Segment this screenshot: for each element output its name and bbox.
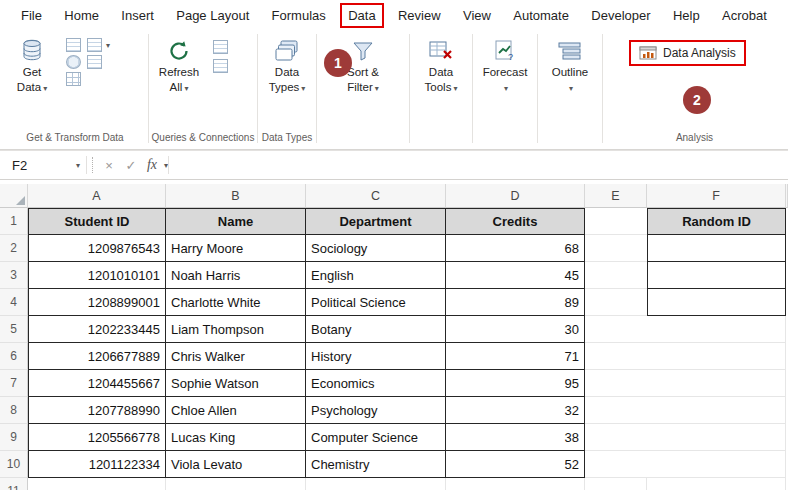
cell-F11[interactable] bbox=[647, 478, 786, 490]
menu-tab-data[interactable]: Data bbox=[340, 3, 383, 28]
column-header-F[interactable]: F bbox=[647, 184, 786, 208]
cell-C3[interactable]: English bbox=[306, 262, 446, 289]
formula-bar-splitter[interactable] bbox=[92, 157, 93, 173]
cell-C11[interactable] bbox=[306, 478, 446, 490]
cell-F6[interactable] bbox=[647, 343, 786, 370]
insert-function-button[interactable]: fx bbox=[142, 151, 162, 179]
cell-F8[interactable] bbox=[647, 397, 786, 424]
data-tools-button[interactable]: Data Tools▾ bbox=[415, 34, 467, 98]
cell-E10[interactable] bbox=[585, 451, 647, 478]
cell-B1[interactable]: Name bbox=[166, 208, 306, 235]
cell-A1[interactable]: Student ID bbox=[28, 208, 166, 235]
outline-button[interactable]: Outline ▾ bbox=[544, 34, 596, 98]
cell-F1[interactable]: Random ID bbox=[647, 208, 786, 235]
cell-A10[interactable]: 1201122334 bbox=[28, 451, 166, 478]
cell-F2[interactable] bbox=[647, 235, 786, 262]
cell-B8[interactable]: Chloe Allen bbox=[166, 397, 306, 424]
name-box[interactable]: F2 ▾ bbox=[0, 151, 86, 179]
data-analysis-button[interactable]: Data Analysis bbox=[629, 40, 746, 66]
menu-tab-home[interactable]: Home bbox=[56, 3, 107, 28]
cell-F3[interactable] bbox=[647, 262, 786, 289]
cell-A7[interactable]: 1204455667 bbox=[28, 370, 166, 397]
cell-A3[interactable]: 1201010101 bbox=[28, 262, 166, 289]
cell-B10[interactable]: Viola Levato bbox=[166, 451, 306, 478]
cell-D8[interactable]: 32 bbox=[446, 397, 585, 424]
cell-C1[interactable]: Department bbox=[306, 208, 446, 235]
cell-D9[interactable]: 38 bbox=[446, 424, 585, 451]
menu-tab-file[interactable]: File bbox=[13, 3, 50, 28]
cell-B7[interactable]: Sophie Watson bbox=[166, 370, 306, 397]
cell-B9[interactable]: Lucas King bbox=[166, 424, 306, 451]
column-header-A[interactable]: A bbox=[28, 184, 166, 208]
cell-A2[interactable]: 1209876543 bbox=[28, 235, 166, 262]
menu-tab-acrobat[interactable]: Acrobat bbox=[714, 3, 775, 28]
refresh-all-button[interactable]: Refresh All▾ bbox=[153, 34, 205, 98]
cell-C10[interactable]: Chemistry bbox=[306, 451, 446, 478]
queries-connections-button[interactable] bbox=[213, 40, 228, 54]
menu-tab-formulas[interactable]: Formulas bbox=[264, 3, 334, 28]
cell-A8[interactable]: 1207788990 bbox=[28, 397, 166, 424]
cell-E1[interactable] bbox=[585, 208, 647, 235]
menu-tab-help[interactable]: Help bbox=[665, 3, 708, 28]
cell-A9[interactable]: 1205566778 bbox=[28, 424, 166, 451]
cell-E2[interactable] bbox=[585, 235, 647, 262]
cell-E4[interactable] bbox=[585, 289, 647, 316]
cell-D3[interactable]: 45 bbox=[446, 262, 585, 289]
cell-D2[interactable]: 68 bbox=[446, 235, 585, 262]
cancel-button[interactable]: × bbox=[98, 151, 120, 179]
recent-sources-button[interactable]: ▾ bbox=[87, 38, 110, 52]
cell-E3[interactable] bbox=[585, 262, 647, 289]
row-header-8[interactable]: 8 bbox=[0, 397, 28, 424]
menu-tab-view[interactable]: View bbox=[455, 3, 499, 28]
cell-E9[interactable] bbox=[585, 424, 647, 451]
cell-F4[interactable] bbox=[647, 289, 786, 316]
cell-E6[interactable] bbox=[585, 343, 647, 370]
row-header-4[interactable]: 4 bbox=[0, 289, 28, 316]
column-header-C[interactable]: C bbox=[306, 184, 446, 208]
workbook-links-button[interactable] bbox=[213, 59, 228, 73]
cell-B11[interactable] bbox=[166, 478, 306, 490]
from-table-range-button[interactable] bbox=[66, 72, 81, 86]
cell-D1[interactable]: Credits bbox=[446, 208, 585, 235]
column-header-E[interactable]: E bbox=[585, 184, 647, 208]
from-web-button[interactable] bbox=[66, 55, 81, 69]
menu-tab-review[interactable]: Review bbox=[390, 3, 449, 28]
cell-E5[interactable] bbox=[585, 316, 647, 343]
column-header-B[interactable]: B bbox=[166, 184, 306, 208]
cell-A6[interactable]: 1206677889 bbox=[28, 343, 166, 370]
cell-C6[interactable]: History bbox=[306, 343, 446, 370]
cell-B2[interactable]: Harry Moore bbox=[166, 235, 306, 262]
cell-D6[interactable]: 71 bbox=[446, 343, 585, 370]
cell-C9[interactable]: Computer Science bbox=[306, 424, 446, 451]
cell-D5[interactable]: 30 bbox=[446, 316, 585, 343]
row-header-10[interactable]: 10 bbox=[0, 451, 28, 478]
cell-E11[interactable] bbox=[585, 478, 647, 490]
cell-F9[interactable] bbox=[647, 424, 786, 451]
menu-tab-automate[interactable]: Automate bbox=[505, 3, 577, 28]
row-header-7[interactable]: 7 bbox=[0, 370, 28, 397]
row-header-2[interactable]: 2 bbox=[0, 235, 28, 262]
row-header-1[interactable]: 1 bbox=[0, 208, 28, 235]
from-text-csv-button[interactable] bbox=[66, 38, 81, 52]
cell-A5[interactable]: 1202233445 bbox=[28, 316, 166, 343]
row-header-3[interactable]: 3 bbox=[0, 262, 28, 289]
get-data-button[interactable]: Get Data▾ bbox=[6, 34, 58, 98]
forecast-button[interactable]: ? Forecast ▾ bbox=[479, 34, 532, 98]
cell-E7[interactable] bbox=[585, 370, 647, 397]
cell-B3[interactable]: Noah Harris bbox=[166, 262, 306, 289]
cell-C2[interactable]: Sociology bbox=[306, 235, 446, 262]
row-header-11[interactable]: 11 bbox=[0, 478, 28, 490]
column-header-D[interactable]: D bbox=[446, 184, 585, 208]
row-header-6[interactable]: 6 bbox=[0, 343, 28, 370]
existing-connections-button[interactable] bbox=[87, 55, 110, 69]
cell-F5[interactable] bbox=[647, 316, 786, 343]
cell-B4[interactable]: Charlotte White bbox=[166, 289, 306, 316]
cell-D11[interactable] bbox=[446, 478, 585, 490]
cell-E8[interactable] bbox=[585, 397, 647, 424]
menu-tab-page-layout[interactable]: Page Layout bbox=[168, 3, 257, 28]
menu-tab-insert[interactable]: Insert bbox=[113, 3, 162, 28]
cell-C5[interactable]: Botany bbox=[306, 316, 446, 343]
row-header-5[interactable]: 5 bbox=[0, 316, 28, 343]
cell-C4[interactable]: Political Science bbox=[306, 289, 446, 316]
select-all-button[interactable] bbox=[0, 184, 28, 208]
